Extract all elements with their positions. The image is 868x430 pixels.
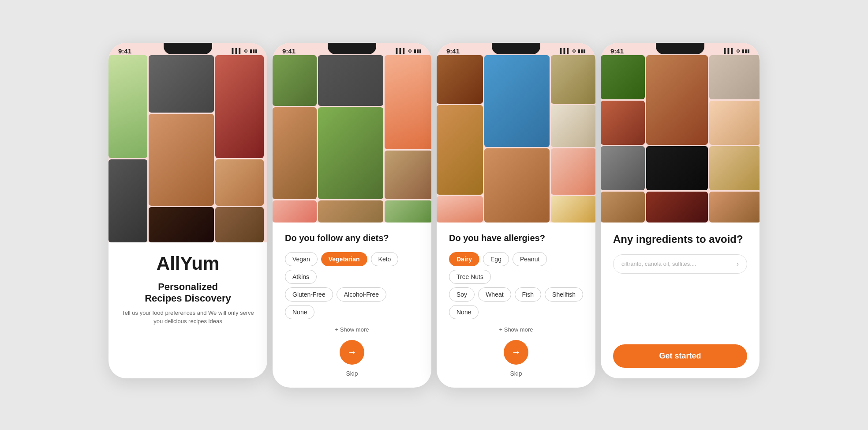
app-description: Tell us your food preferences and We wil…	[121, 309, 255, 326]
skip-3[interactable]: Skip	[449, 370, 583, 377]
status-icons-3: ▌▌▌⊛▮▮▮	[560, 48, 586, 54]
show-more-diets[interactable]: + Show more	[285, 326, 419, 333]
chip-keto[interactable]: Keto	[371, 252, 399, 266]
status-time-1: 9:41	[118, 47, 131, 55]
screen-4-content: Any ingredients to avoid? ciltranto, can…	[601, 223, 760, 378]
status-time-4: 9:41	[610, 47, 624, 55]
chip-alcohol-free[interactable]: Alcohol-Free	[337, 287, 386, 302]
chip-dairy[interactable]: Dairy	[449, 252, 479, 266]
screen-1-content: AllYum Personalized Recipes Discovery Te…	[108, 242, 267, 378]
status-icons-4: ▌▌▌⊛▮▮▮	[724, 48, 750, 54]
diets-chips-row2: Gluten-Free Alcohol-Free None	[285, 287, 419, 319]
allergies-chips-row3: None	[449, 305, 583, 319]
screen-3: 9:41 ▌▌▌⊛▮▮▮ Do you	[437, 43, 595, 388]
chip-atkins[interactable]: Atkins	[285, 270, 317, 284]
screens-container: 9:41 ▌▌▌⊛▮▮▮ AllYum	[108, 43, 760, 388]
app-title: AllYum	[121, 253, 255, 274]
next-button-3[interactable]: →	[504, 340, 528, 365]
get-started-button[interactable]: Get started	[613, 344, 747, 368]
chip-vegan[interactable]: Vegan	[285, 252, 318, 266]
question-ingredients: Any ingredients to avoid?	[613, 233, 747, 245]
next-arrow-3: →	[511, 347, 521, 358]
avoid-input[interactable]: ciltranto, canola oil, sulfites.... ›	[613, 254, 747, 274]
chip-soy[interactable]: Soy	[449, 287, 475, 302]
chip-shellfish[interactable]: Shellfish	[545, 287, 583, 302]
allergies-chips-row1: Dairy Egg Peanut Tree Nuts	[449, 252, 583, 284]
skip-2[interactable]: Skip	[285, 370, 419, 377]
avoid-placeholder: ciltranto, canola oil, sulfites....	[621, 260, 737, 267]
screen-4: 9:41 ▌▌▌⊛▮▮▮	[601, 43, 760, 378]
screen-3-content: Do you have allergies? Dairy Egg Peanut …	[437, 223, 595, 388]
chip-gluten-free[interactable]: Gluten-Free	[285, 287, 333, 302]
chip-vegetarian[interactable]: Vegetarian	[321, 252, 367, 266]
screen-2: 9:41 ▌▌▌⊛▮▮▮ Do you	[273, 43, 431, 388]
screen-1: 9:41 ▌▌▌⊛▮▮▮ AllYum	[108, 43, 267, 378]
status-time-2: 9:41	[282, 47, 296, 55]
chip-fish[interactable]: Fish	[515, 287, 541, 302]
chip-wheat[interactable]: Wheat	[478, 287, 511, 302]
question-allergies: Do you have allergies?	[449, 233, 583, 243]
chip-egg[interactable]: Egg	[483, 252, 509, 266]
next-arrow-2: →	[347, 347, 357, 358]
screen-2-content: Do you follow any diets? Vegan Vegetaria…	[273, 223, 431, 388]
status-icons-2: ▌▌▌⊛▮▮▮	[396, 48, 422, 54]
chip-none-diet[interactable]: None	[285, 305, 314, 319]
app-subtitle: Personalized Recipes Discovery	[121, 281, 255, 304]
chip-tree-nuts[interactable]: Tree Nuts	[449, 270, 491, 284]
status-time-3: 9:41	[446, 47, 460, 55]
chevron-icon: ›	[737, 260, 739, 268]
allergies-chips-row2: Soy Wheat Fish Shellfish	[449, 287, 583, 302]
question-diets: Do you follow any diets?	[285, 233, 419, 243]
show-more-allergies[interactable]: + Show more	[449, 326, 583, 333]
next-button-2[interactable]: →	[340, 340, 364, 365]
chip-peanut[interactable]: Peanut	[513, 252, 547, 266]
status-icons-1: ▌▌▌⊛▮▮▮	[232, 48, 258, 54]
chip-none-allergy[interactable]: None	[449, 305, 479, 319]
diets-chips-row1: Vegan Vegetarian Keto Atkins	[285, 252, 419, 284]
